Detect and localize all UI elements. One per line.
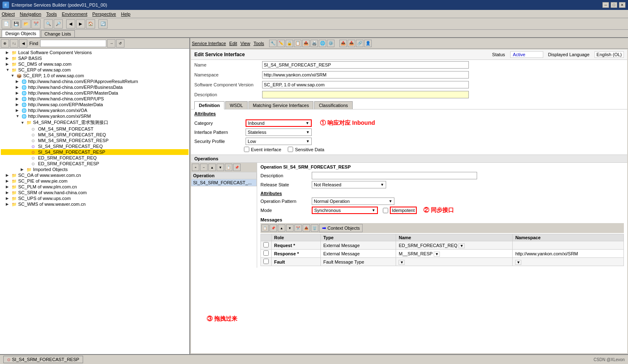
left-btn-up[interactable]: ↺ (116, 39, 124, 48)
expand-icon[interactable]: ▶ (6, 50, 11, 55)
category-dropdown[interactable]: Inbound ▼ (246, 119, 312, 127)
idempotent-checkbox[interactable] (383, 208, 388, 213)
maximize-button[interactable]: □ (611, 2, 617, 8)
expand-icon[interactable]: ▶ (16, 79, 21, 83)
right-tool-3[interactable]: 🔒 (286, 40, 293, 47)
right-tool-9[interactable]: 📤 (339, 40, 347, 47)
sensitive-data-checkbox[interactable] (288, 147, 293, 152)
tree-item-mm-resp[interactable]: ⊙ MM_S4_SRM_FORECAST_RESP (1, 138, 189, 143)
ops-btn-paste[interactable]: 📌 (233, 164, 241, 171)
left-btn-find-back[interactable]: ◀ (19, 39, 27, 48)
find-input[interactable] (40, 40, 106, 47)
tree-item-si-req[interactable]: ⊙ SI_S4_SRM_FORECAST_REQ (1, 143, 189, 149)
ops-btn-down[interactable]: ▼ (217, 164, 224, 171)
tab-change-lists[interactable]: Change Lists (41, 30, 75, 37)
menu-edit[interactable]: Edit (229, 41, 237, 46)
minimize-button[interactable]: ─ (602, 2, 609, 8)
right-tool-1[interactable]: 🔧 (269, 40, 277, 47)
bottom-tab-si[interactable]: ⊙ SI_S4_SRM_FORECAST_RESP (3, 356, 83, 363)
menu-help[interactable]: Help (121, 12, 131, 17)
event-interface-checkbox[interactable] (244, 147, 249, 152)
right-tool-2[interactable]: ✏️ (277, 40, 285, 47)
tool-btn6[interactable]: 🔎 (54, 19, 63, 29)
tree-item-hand-bizdata[interactable]: ▶ 🌐 http://www.hand-china.com/ERP/Busine… (1, 84, 189, 90)
left-btn1[interactable]: ⊕ (1, 39, 9, 48)
right-tool-4[interactable]: 📋 (294, 40, 301, 47)
tree-item-sc-erp[interactable]: ▼ 📁 SC_ERP of www.sap.com (1, 67, 189, 73)
expand-icon[interactable]: ▼ (11, 74, 16, 78)
tool-btn3[interactable]: 📂 (21, 19, 31, 29)
menu-navigation[interactable]: Navigation (20, 12, 41, 17)
tree-item-sc-srm[interactable]: ▶ 📁 SC_SRM of www.hand-china.com (1, 190, 189, 195)
msg-name-request-btn[interactable]: ▼ (458, 243, 465, 248)
interface-pattern-dropdown[interactable]: Stateless ▼ (246, 128, 312, 136)
tree-item-s4-srm-folder[interactable]: ▼ 📁 S4_SRM_FORECAST_需求预测接口 (1, 119, 189, 126)
tool-forward[interactable]: ▶ (76, 19, 85, 29)
description-input[interactable] (262, 91, 469, 98)
tree-item-sc-erp-1[interactable]: ▼ 📦 SC_ERP, 1.0 of www.sap.com (1, 73, 189, 79)
tab-design-objects[interactable]: Design Objects (2, 30, 40, 37)
menu-service-interface[interactable]: Service Interface (192, 41, 226, 46)
ops-btn-copy[interactable]: 📋 (225, 164, 232, 171)
msg-btn-3[interactable]: ▲ (278, 224, 285, 232)
expand-icon[interactable]: ▶ (16, 85, 21, 89)
expand-icon[interactable]: ▶ (16, 91, 21, 95)
tool-save[interactable]: 💾 (12, 19, 21, 29)
tree-item-local[interactable]: ▶ 📁 Local Software Component Versions (1, 50, 189, 55)
tree-item-hand-approve[interactable]: ▶ 🌐 http://www.hand-china.com/ERP/Approv… (1, 79, 189, 84)
expand-icon[interactable]: ▶ (21, 167, 26, 171)
msg-ns-fault-btn[interactable]: ▼ (515, 260, 521, 265)
name-input[interactable] (262, 61, 469, 69)
expand-icon[interactable]: ▼ (6, 68, 11, 72)
context-objects-button[interactable]: ➡ Context Objects (319, 224, 363, 232)
left-btn-goto[interactable]: → (107, 39, 115, 48)
tab-matching-service[interactable]: Matching Service Interfaces (248, 101, 314, 109)
tab-classifications[interactable]: Classifications (314, 101, 352, 109)
msg-btn-6[interactable]: 📤 (303, 224, 310, 232)
tree-item-hand-ups[interactable]: ▶ 🌐 http://www.hand-china.com/ERP/UPS (1, 96, 189, 102)
tree-item-sap-masterdata[interactable]: ▶ 🌐 http://www.sap.com/ERP/MasterData (1, 102, 189, 107)
msg-name-response-btn[interactable]: ▼ (434, 252, 440, 257)
msg-btn-1[interactable]: 📋 (261, 224, 269, 232)
op-desc-input[interactable] (312, 172, 477, 179)
ops-btn-del[interactable]: − (200, 164, 208, 171)
menu-object[interactable]: Object (2, 12, 15, 17)
msg-name-fault-btn[interactable]: ▼ (399, 260, 405, 265)
tree-item-ed-req[interactable]: ⊙ ED_SRM_FORECAST_REQ (1, 155, 189, 161)
expand-icon[interactable]: ▶ (16, 97, 21, 101)
ops-btn-add[interactable]: + (192, 164, 199, 171)
menu-tools-right[interactable]: Tools (253, 41, 264, 46)
expand-icon[interactable]: ▶ (6, 62, 11, 66)
tree-item-om[interactable]: ⊙ OM_S4_SRM_FORECAST (1, 126, 189, 132)
msg-btn-5[interactable]: ✂️ (294, 224, 302, 232)
right-tool-5[interactable]: 📤 (302, 40, 310, 47)
expand-icon[interactable]: ▶ (16, 102, 21, 107)
tree-item-sc-dms[interactable]: ▶ 📁 SC_DMS of www.sap.com (1, 61, 189, 67)
menu-perspective[interactable]: Perspective (92, 12, 116, 17)
tab-wsdl[interactable]: WSDL (225, 101, 248, 109)
tool-home[interactable]: 🏠 (86, 19, 95, 29)
tree-item-sc-plm[interactable]: ▶ 📁 SC_PLM of www.plm.com.cn (1, 184, 189, 190)
expand-icon[interactable]: ▶ (16, 108, 21, 112)
right-tool-12[interactable]: 👤 (364, 40, 372, 47)
ops-btn-up[interactable]: ▲ (208, 164, 216, 171)
tree-item-yankon-srm[interactable]: ▼ 🌐 http://www.yankon.com/xi/SRM (1, 113, 189, 119)
right-tool-7[interactable]: 🌐 (319, 40, 326, 47)
expand-icon[interactable]: ▶ (6, 173, 11, 177)
msg-btn-7[interactable]: 🗑️ (311, 224, 318, 232)
menu-environment[interactable]: Environment (62, 12, 87, 17)
msg-chk-response[interactable] (261, 250, 272, 258)
tree-item-imported[interactable]: ▶ 📁 Imported Objects (1, 167, 189, 172)
expand-icon[interactable]: ▶ (6, 179, 11, 183)
op-pattern-dropdown[interactable]: Normal Operation ▼ (312, 197, 394, 205)
tree-item-si-resp[interactable]: ⊙ SI_S4_SRM_FORECAST_RESP (1, 149, 189, 155)
msg-btn-4[interactable]: ▼ (286, 224, 294, 232)
tree-item-ed-resp[interactable]: ⊙ ED_SRM_FORECAST_RESP (1, 161, 189, 167)
expand-icon[interactable]: ▶ (6, 190, 11, 195)
right-tool-11[interactable]: 🔗 (356, 40, 363, 47)
tree-item-sc-wms[interactable]: ▶ 📁 SC_WMS of www.weaver.com.cn (1, 201, 189, 207)
tree-item-sap-basis[interactable]: ▶ 📁 SAP BASIS (1, 55, 189, 61)
namespace-input[interactable] (262, 71, 469, 79)
msg-chk-request[interactable] (261, 241, 272, 250)
expand-icon[interactable]: ▼ (21, 121, 26, 125)
